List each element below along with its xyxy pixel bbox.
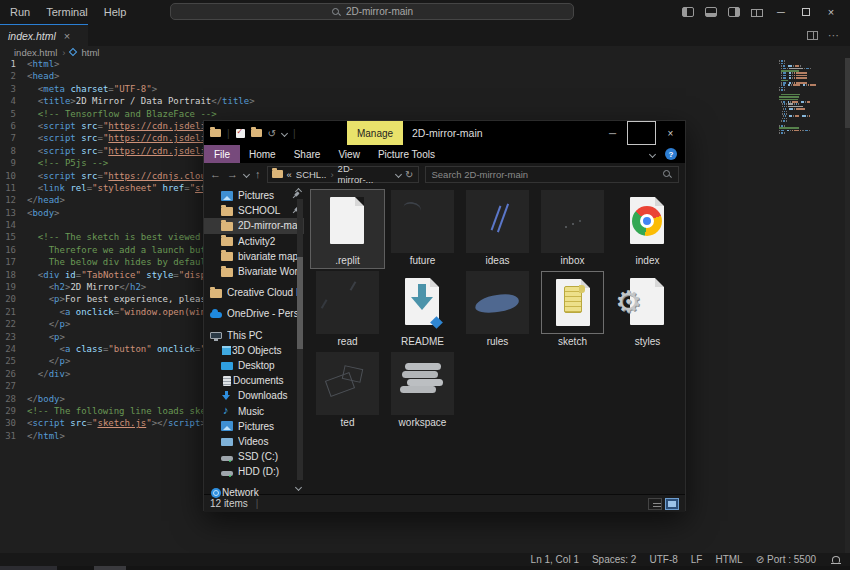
line-number: 5 [0, 108, 16, 120]
ban-icon: ⊘ [756, 554, 764, 565]
command-center-search[interactable]: 2D-mirror-main [170, 3, 574, 20]
address-crumb-current[interactable]: 2D-mirror-... [338, 163, 389, 185]
sidebar-item-bivariate-map[interactable]: bivariate map [204, 249, 304, 264]
close-button[interactable]: × [824, 6, 838, 18]
ribbon-tab-share[interactable]: Share [285, 145, 330, 163]
menu-run[interactable]: Run [10, 6, 30, 18]
file-tile-styles[interactable]: ⚙styles [610, 270, 685, 350]
address-bar[interactable]: « SCHL.. › 2D-mirror-... ↻ [267, 166, 419, 183]
recent-locations-icon[interactable] [243, 170, 250, 177]
sidebar-item-desktop[interactable]: Desktop [204, 358, 304, 373]
sidebar-scrollbar[interactable] [297, 199, 303, 480]
menu-help[interactable]: Help [104, 6, 127, 18]
sidebar-item-activity2[interactable]: Activity2 [204, 234, 304, 249]
line-number: 26 [0, 368, 16, 380]
quick-access-toolbar: | ↺ | [210, 121, 296, 145]
customize-qat-icon[interactable] [281, 129, 288, 136]
breadcrumb-file[interactable]: index.html [14, 47, 57, 58]
sidebar-item-music[interactable]: Music [204, 403, 304, 418]
notifications-bell-icon[interactable] [832, 556, 840, 563]
refresh-icon[interactable]: ↻ [405, 169, 413, 180]
manage-tab[interactable]: Manage [347, 121, 403, 145]
minimize-button[interactable]: ─ [774, 6, 788, 18]
toggle-panel-icon[interactable] [705, 7, 717, 17]
customize-layout-icon[interactable] [751, 7, 763, 17]
help-icon[interactable]: ? [665, 148, 677, 160]
file-tile-ted[interactable]: ted [310, 351, 385, 431]
explorer-close-button[interactable]: × [656, 121, 685, 145]
sidebar-item-videos[interactable]: Videos [204, 434, 304, 449]
toggle-sidebar-icon[interactable] [682, 7, 694, 17]
ribbon-tab-view[interactable]: View [329, 145, 369, 163]
address-folder-icon [272, 170, 283, 178]
explorer-maximize-button[interactable] [627, 121, 656, 145]
file-tile-inbox[interactable]: inbox [535, 189, 610, 269]
sidebar-item-3d-objects[interactable]: 3D Objects [204, 343, 304, 358]
toggle-secondary-sidebar-icon[interactable] [728, 7, 740, 17]
language-mode[interactable]: HTML [715, 554, 742, 565]
thumbnail-view-icon[interactable] [665, 498, 679, 510]
sidebar-item-label: Desktop [238, 360, 300, 371]
address-root[interactable]: « [287, 169, 292, 180]
sidebar-item-creative-cloud-fil[interactable]: Creative Cloud Fil [204, 285, 304, 300]
properties-icon[interactable] [236, 129, 245, 138]
up-icon[interactable]: ↑ [255, 168, 261, 180]
sidebar-item-school[interactable]: SCHOOL [204, 203, 304, 218]
restore-button[interactable] [799, 6, 813, 18]
split-editor-icon[interactable] [807, 31, 818, 40]
explorer-search-box[interactable]: Search 2D-mirror-main [425, 166, 680, 183]
sidebar-item-onedrive-person[interactable]: OneDrive - Person [204, 306, 304, 321]
sidebar-item-documents[interactable]: Documents [204, 373, 304, 388]
sidebar-item-hdd-d[interactable]: HDD (D:) [204, 464, 304, 479]
file-tile-workspace[interactable]: workspace [385, 351, 460, 431]
close-tab-icon[interactable]: × [64, 30, 70, 42]
sidebar-item-ssd-c[interactable]: SSD (C:) [204, 449, 304, 464]
details-view-icon[interactable] [648, 498, 662, 510]
address-dropdown-icon[interactable] [395, 170, 402, 177]
breadcrumb-symbol[interactable]: html [81, 47, 99, 58]
code-line: 4 <title>2D Mirror / Data Portrait</titl… [0, 95, 850, 107]
new-folder-icon[interactable] [251, 129, 262, 137]
sidebar-item-pictures[interactable]: Pictures [204, 419, 304, 434]
sidebar-item-2d-mirror-main[interactable]: 2D-mirror-main [204, 218, 304, 233]
file-tile-sketch[interactable]: sketch [535, 270, 610, 350]
undo-icon[interactable]: ↺ [268, 128, 276, 139]
live-server-port[interactable]: ⊘ Port : 5500 [756, 554, 816, 565]
eol[interactable]: LF [691, 554, 703, 565]
sidebar-item-network[interactable]: Network [204, 485, 304, 500]
explorer-back-icon[interactable]: ← [210, 168, 221, 180]
taskbar-app-segment[interactable] [94, 566, 126, 570]
sidebar-item-downloads[interactable]: Downloads [204, 388, 304, 403]
cursor-position[interactable]: Ln 1, Col 1 [531, 554, 579, 565]
line-number: 17 [0, 256, 16, 268]
file-tile-index[interactable]: index [610, 189, 685, 269]
file-tile-future[interactable]: future [385, 189, 460, 269]
breadcrumb-separator: › [62, 47, 65, 58]
sidebar-item-this-pc[interactable]: This PC [204, 328, 304, 343]
file-tile-rules[interactable]: rules [460, 270, 535, 350]
ribbon-tab-home[interactable]: Home [240, 145, 285, 163]
file-tile-read[interactable]: read [310, 270, 385, 350]
code-text: <p> [27, 331, 65, 343]
folder-icon [221, 268, 233, 277]
explorer-minimize-button[interactable]: ─ [598, 121, 627, 145]
explorer-forward-icon[interactable]: → [227, 168, 238, 180]
expand-ribbon-icon[interactable] [649, 150, 656, 157]
encoding[interactable]: UTF-8 [649, 554, 677, 565]
file-tile-ideas[interactable]: ideas [460, 189, 535, 269]
folder-icon[interactable] [210, 129, 221, 137]
taskbar-app-segment[interactable] [0, 566, 57, 570]
tab-index-html[interactable]: index.html × [0, 24, 88, 46]
sidebar-item-bivariate-worksh[interactable]: Bivariate Worksh [204, 264, 304, 279]
menu-terminal[interactable]: Terminal [46, 6, 88, 18]
editor-scrollbar[interactable] [845, 58, 850, 553]
file-tile-replit[interactable]: .replit [310, 189, 385, 269]
ribbon-tab-file[interactable]: File [204, 145, 240, 163]
more-actions-icon[interactable]: ⋯ [828, 29, 840, 42]
minimap[interactable] [779, 60, 841, 134]
sidebar-item-pictures[interactable]: Pictures [204, 188, 304, 203]
file-tile-readme[interactable]: README [385, 270, 460, 350]
indentation[interactable]: Spaces: 2 [592, 554, 636, 565]
ribbon-tab-picture-tools[interactable]: Picture Tools [369, 145, 444, 163]
address-crumb-parent[interactable]: SCHL.. [296, 169, 327, 180]
